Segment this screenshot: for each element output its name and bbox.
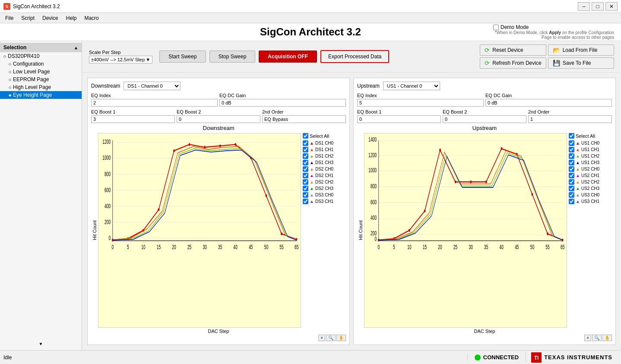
us2-ch2-color-icon: ▲ — [576, 180, 580, 184]
downstream-chart-title: Downstream — [91, 125, 346, 131]
us2-ch3-checkbox[interactable] — [569, 186, 574, 191]
ds-eq-dc-gain-value: 0 dB — [219, 99, 346, 107]
sidebar-item-eeprom[interactable]: ◇ EEPROM Page — [0, 76, 82, 83]
stop-sweep-button[interactable]: Stop Sweep — [209, 51, 256, 63]
ds-ch3-checkbox[interactable] — [303, 160, 308, 165]
ds2-ch3-checkbox[interactable] — [303, 186, 308, 191]
ds2-ch1-color-icon: ▲ — [310, 173, 314, 178]
svg-text:1200: 1200 — [368, 151, 377, 158]
us-ch0-checkbox[interactable] — [569, 140, 574, 146]
ti-logo-icon: TI — [531, 352, 542, 363]
refresh-device-button[interactable]: ⟳ Refresh From Device — [480, 57, 546, 69]
maximize-button[interactable]: □ — [592, 2, 604, 11]
svg-point-33 — [173, 149, 175, 152]
export-button[interactable]: Export Processed Data — [320, 50, 389, 63]
svg-text:55: 55 — [279, 243, 284, 250]
ds-ch0-checkbox[interactable] — [303, 140, 308, 146]
ds2-ch0-label: DS2 CH0 — [315, 167, 333, 171]
ds-zoom-button[interactable]: 🔍 — [326, 335, 336, 341]
ds3-ch0-checkbox[interactable] — [303, 192, 308, 198]
start-sweep-button[interactable]: Start Sweep — [159, 51, 206, 63]
save-file-button[interactable]: 💾 Save To File — [548, 57, 614, 69]
ds-select-all-checkbox[interactable] — [303, 133, 308, 139]
us-pan-button[interactable]: ✋ — [602, 335, 612, 341]
ds2-ch3-label: DS2 CH3 — [315, 186, 333, 191]
ds3-ch1-checkbox[interactable] — [303, 199, 308, 204]
ds-legend-ch2: ▲ DS1 CH2 — [303, 153, 346, 159]
us-zoom-fit-button[interactable]: + — [584, 335, 591, 341]
load-file-button[interactable]: 📂 Load From File — [548, 44, 614, 56]
sidebar-item-high-level[interactable]: ◇ High Level Page — [0, 83, 82, 91]
ds-eq-index-field: EQ Index 2 — [91, 93, 218, 107]
us2-ch2-checkbox[interactable] — [569, 179, 574, 185]
sidebar-scroll-down[interactable]: ▼ — [39, 342, 43, 346]
ds-ch1-label: DS1 CH1 — [315, 147, 333, 152]
ds2-ch2-checkbox[interactable] — [303, 179, 308, 185]
menu-macro[interactable]: Macro — [81, 14, 102, 22]
menu-file[interactable]: File — [2, 14, 17, 22]
ds-ch1-checkbox[interactable] — [303, 147, 308, 152]
us-legend-us3ch1: ▲ US3 CH1 — [569, 199, 612, 204]
menu-help[interactable]: Help — [63, 14, 80, 22]
title-bar-controls[interactable]: – □ ✕ — [578, 2, 618, 11]
content-area: Scale Per Step ±400mV --> 12.5mV Step ▼ … — [82, 41, 621, 350]
upstream-eq-grid2: EQ Boost 1 0 EQ Boost 2 0 2nd Order 1 — [357, 109, 612, 123]
ds-legend-ch1: ▲ DS1 CH1 — [303, 147, 346, 152]
reset-device-button[interactable]: ⟳ Reset Device — [480, 44, 546, 56]
svg-text:35: 35 — [218, 243, 222, 250]
scale-select[interactable]: ±400mV --> 12.5mV Step ▼ — [89, 56, 152, 63]
filled-diamond-icon: ◆ — [9, 93, 11, 97]
us-legend-ch3: ▲ US1 CH3 — [569, 160, 612, 165]
ds2-ch1-checkbox[interactable] — [303, 173, 308, 178]
sidebar-scroll-up[interactable]: ▲ — [74, 45, 78, 50]
sidebar-label: Eye Height Page — [13, 92, 52, 98]
svg-point-34 — [189, 143, 190, 146]
ds2-ch0-checkbox[interactable] — [303, 166, 308, 172]
ti-logo-area: TI Texas Instruments — [526, 352, 618, 363]
us-ch3-color-icon: ▲ — [576, 160, 580, 165]
menu-script[interactable]: Script — [18, 14, 38, 22]
us2-ch1-checkbox[interactable] — [569, 173, 574, 178]
upstream-channel-select[interactable]: US1 - Channel 0 — [383, 82, 440, 90]
us-select-all-label: Select All — [576, 133, 595, 139]
upstream-label: Upstream — [357, 83, 380, 89]
svg-text:0: 0 — [374, 235, 377, 242]
minimize-button[interactable]: – — [578, 2, 590, 11]
us-ch2-checkbox[interactable] — [569, 153, 574, 159]
ds-ch2-checkbox[interactable] — [303, 153, 308, 159]
ds-pan-button[interactable]: ✋ — [336, 335, 346, 341]
us2-ch0-checkbox[interactable] — [569, 166, 574, 172]
us-ch1-checkbox[interactable] — [569, 147, 574, 152]
us-legend-ch2: ▲ US1 CH2 — [569, 153, 612, 159]
downstream-chart-svg: 1200 1000 800 600 400 200 0 — [98, 133, 301, 327]
ds-zoom-fit-button[interactable]: + — [318, 335, 325, 341]
downstream-channel-select[interactable]: DS1 - Channel 0 — [124, 82, 181, 90]
sidebar-item-low-level[interactable]: ◇ Low Level Page — [0, 68, 82, 76]
svg-text:20: 20 — [438, 243, 442, 250]
sidebar-item-configuration[interactable]: ◇ Configuration — [0, 60, 82, 68]
us-zoom-button[interactable]: 🔍 — [592, 335, 602, 341]
us3-ch0-checkbox[interactable] — [569, 192, 574, 198]
ds-legend-ds2ch1: ▲ DS2 CH1 — [303, 173, 346, 178]
sidebar-item-eye-height[interactable]: ◆ Eye Height Page — [0, 91, 82, 99]
acq-off-button[interactable]: Acquisition OFF — [259, 51, 317, 63]
demo-mode-checkbox[interactable] — [493, 25, 499, 30]
close-button[interactable]: ✕ — [605, 2, 618, 11]
sidebar-label: High Level Page — [13, 84, 51, 90]
menu-device[interactable]: Device — [39, 14, 62, 22]
us2-ch3-label: US2 CH3 — [581, 186, 599, 191]
svg-point-36 — [219, 145, 221, 147]
svg-text:TI: TI — [534, 355, 539, 361]
ds-eq-boost2-label: EQ Boost 2 — [177, 109, 260, 114]
ds3-ch0-label: DS3 CH0 — [315, 193, 333, 197]
us3-ch1-checkbox[interactable] — [569, 199, 574, 204]
us-legend-us2ch1: ▲ US2 CH1 — [569, 173, 612, 178]
ds-eq-dc-gain-label: EQ DC Gain — [219, 93, 346, 98]
svg-text:45: 45 — [515, 243, 519, 250]
ds3-ch0-color-icon: ▲ — [310, 193, 314, 197]
downstream-label: Downstream — [91, 83, 120, 89]
sidebar-item-ds320pr410[interactable]: ◇ DS320PR410 — [0, 52, 82, 60]
sidebar-title: Selection — [3, 44, 26, 51]
us-ch3-checkbox[interactable] — [569, 160, 574, 165]
us-select-all-checkbox[interactable] — [569, 133, 574, 139]
